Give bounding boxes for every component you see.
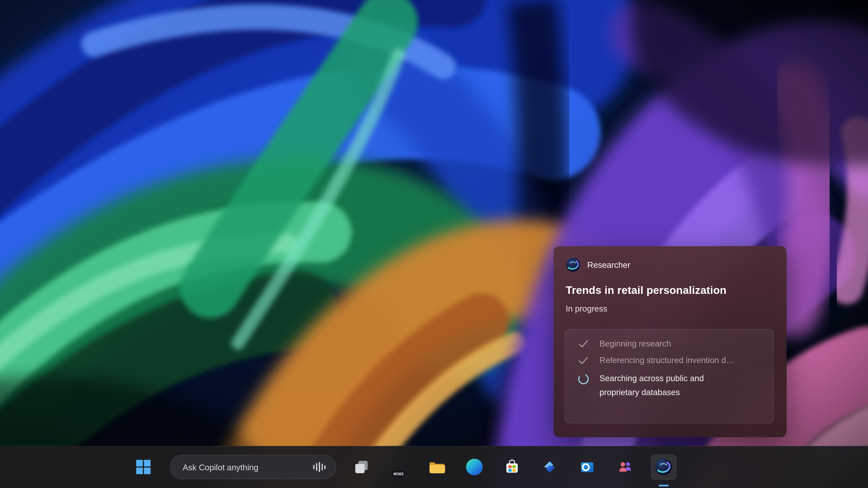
research-steps-panel: Beginning research Referencing structure… <box>565 329 774 423</box>
voice-waveform-icon[interactable] <box>313 462 326 472</box>
start-button[interactable] <box>132 456 155 478</box>
researcher-progress-card[interactable]: Researcher Trends in retail personalizat… <box>554 246 786 437</box>
file-explorer-button[interactable] <box>426 456 448 478</box>
edge-button[interactable] <box>463 456 486 478</box>
task-view-button[interactable] <box>350 456 373 478</box>
taskbar: M365 <box>0 446 868 488</box>
research-status: In progress <box>566 304 774 313</box>
step-label: Searching across public and proprietary … <box>599 372 732 399</box>
folder-icon <box>429 460 445 474</box>
teams-button[interactable] <box>614 456 636 478</box>
researcher-taskbar-button[interactable] <box>651 454 676 480</box>
step-row-in-progress: Searching across public and proprietary … <box>578 372 764 399</box>
search-input[interactable] <box>170 462 313 472</box>
researcher-logo-icon <box>566 257 581 272</box>
m365-copilot-icon: M365 <box>390 459 407 475</box>
active-app-indicator <box>659 484 669 486</box>
edge-icon <box>466 459 483 475</box>
step-label: Referencing structured invention d… <box>599 355 734 365</box>
step-label: Beginning research <box>599 339 671 348</box>
outlook-icon <box>580 459 595 475</box>
copilot-search-box[interactable] <box>170 455 336 479</box>
check-icon <box>578 356 590 365</box>
researcher-app-name: Researcher <box>587 260 630 269</box>
task-view-icon <box>354 459 369 475</box>
desktop: Researcher Trends in retail personalizat… <box>0 0 868 488</box>
windows-start-icon <box>136 460 151 474</box>
card-header: Researcher <box>566 257 774 272</box>
check-icon <box>578 340 590 348</box>
researcher-icon <box>655 458 673 476</box>
m365-badge: M365 <box>392 471 405 476</box>
teams-people-icon <box>617 459 633 475</box>
outlook-button[interactable] <box>576 456 598 478</box>
store-icon <box>504 459 520 475</box>
m365-copilot-button[interactable]: M365 <box>388 456 410 478</box>
step-row-complete: Beginning research <box>578 339 764 348</box>
step-row-complete: Referencing structured invention d… <box>578 355 764 365</box>
research-title: Trends in retail personalization <box>566 284 774 296</box>
copilot-button[interactable] <box>539 456 561 478</box>
spinner-icon <box>578 373 590 385</box>
copilot-ribbon-icon <box>542 459 557 475</box>
microsoft-store-button[interactable] <box>501 456 523 478</box>
